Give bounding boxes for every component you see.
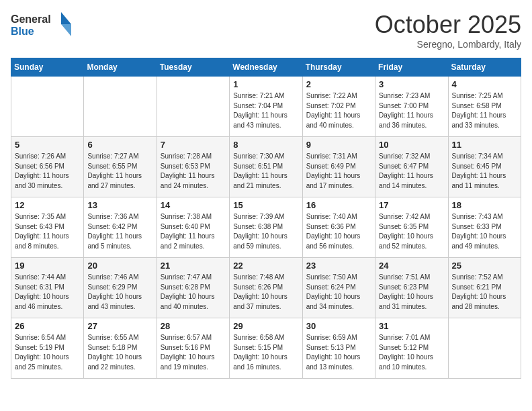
day-cell: 18Sunrise: 7:43 AM Sunset: 6:33 PM Dayli… xyxy=(448,197,521,258)
day-cell: 21Sunrise: 7:47 AM Sunset: 6:28 PM Dayli… xyxy=(157,258,229,318)
day-info: Sunrise: 7:39 AM Sunset: 6:38 PM Dayligh… xyxy=(233,212,298,251)
calendar-body: 1Sunrise: 7:21 AM Sunset: 7:04 PM Daylig… xyxy=(11,77,521,379)
day-cell: 2Sunrise: 7:22 AM Sunset: 7:02 PM Daylig… xyxy=(302,77,375,137)
day-info: Sunrise: 7:01 AM Sunset: 5:12 PM Dayligh… xyxy=(379,333,444,372)
day-cell: 23Sunrise: 7:50 AM Sunset: 6:24 PM Dayli… xyxy=(302,258,375,318)
day-info: Sunrise: 7:42 AM Sunset: 6:35 PM Dayligh… xyxy=(379,212,444,251)
day-info: Sunrise: 6:59 AM Sunset: 5:13 PM Dayligh… xyxy=(306,333,371,372)
day-number: 3 xyxy=(379,79,444,89)
logo: GeneralBlue xyxy=(11,11,91,38)
day-number: 29 xyxy=(233,321,298,331)
day-number: 23 xyxy=(306,261,371,271)
day-cell: 13Sunrise: 7:36 AM Sunset: 6:42 PM Dayli… xyxy=(84,197,157,258)
day-cell xyxy=(84,77,157,137)
day-number: 15 xyxy=(233,200,298,210)
day-info: Sunrise: 7:36 AM Sunset: 6:42 PM Dayligh… xyxy=(87,212,152,251)
day-number: 4 xyxy=(452,79,517,89)
day-number: 20 xyxy=(87,261,152,271)
week-row-2: 12Sunrise: 7:35 AM Sunset: 6:43 PM Dayli… xyxy=(11,197,521,258)
day-cell: 20Sunrise: 7:46 AM Sunset: 6:29 PM Dayli… xyxy=(84,258,157,318)
svg-marker-3 xyxy=(61,24,71,36)
day-number: 22 xyxy=(233,261,298,271)
day-number: 16 xyxy=(306,200,371,210)
day-info: Sunrise: 7:28 AM Sunset: 6:53 PM Dayligh… xyxy=(161,152,226,191)
day-cell xyxy=(11,77,84,137)
day-info: Sunrise: 7:35 AM Sunset: 6:43 PM Dayligh… xyxy=(15,212,80,251)
day-cell: 31Sunrise: 7:01 AM Sunset: 5:12 PM Dayli… xyxy=(375,318,448,379)
day-number: 31 xyxy=(379,321,444,331)
day-info: Sunrise: 7:25 AM Sunset: 6:58 PM Dayligh… xyxy=(452,91,517,130)
day-number: 9 xyxy=(306,140,371,150)
day-info: Sunrise: 7:52 AM Sunset: 6:21 PM Dayligh… xyxy=(452,273,517,312)
day-cell: 7Sunrise: 7:28 AM Sunset: 6:53 PM Daylig… xyxy=(157,137,229,197)
week-row-3: 19Sunrise: 7:44 AM Sunset: 6:31 PM Dayli… xyxy=(11,258,521,318)
day-info: Sunrise: 7:34 AM Sunset: 6:45 PM Dayligh… xyxy=(452,152,517,191)
svg-text:General: General xyxy=(11,13,51,25)
day-cell: 6Sunrise: 7:27 AM Sunset: 6:55 PM Daylig… xyxy=(84,137,157,197)
day-cell: 16Sunrise: 7:40 AM Sunset: 6:36 PM Dayli… xyxy=(302,197,375,258)
day-info: Sunrise: 7:23 AM Sunset: 7:00 PM Dayligh… xyxy=(379,91,444,130)
day-info: Sunrise: 7:32 AM Sunset: 6:47 PM Dayligh… xyxy=(379,152,444,191)
day-info: Sunrise: 7:38 AM Sunset: 6:40 PM Dayligh… xyxy=(161,212,226,251)
header-wednesday: Wednesday xyxy=(230,58,302,77)
day-cell: 15Sunrise: 7:39 AM Sunset: 6:38 PM Dayli… xyxy=(230,197,302,258)
calendar-header: Sunday Monday Tuesday Wednesday Thursday… xyxy=(11,58,521,77)
day-cell: 24Sunrise: 7:51 AM Sunset: 6:23 PM Dayli… xyxy=(375,258,448,318)
day-info: Sunrise: 7:43 AM Sunset: 6:33 PM Dayligh… xyxy=(452,212,517,251)
month-title: October 2025 xyxy=(375,11,521,39)
day-info: Sunrise: 7:48 AM Sunset: 6:26 PM Dayligh… xyxy=(233,273,298,312)
header-tuesday: Tuesday xyxy=(157,58,229,77)
day-info: Sunrise: 7:31 AM Sunset: 6:49 PM Dayligh… xyxy=(306,152,371,191)
day-info: Sunrise: 7:47 AM Sunset: 6:28 PM Dayligh… xyxy=(161,273,226,312)
day-number: 19 xyxy=(15,261,80,271)
day-info: Sunrise: 7:50 AM Sunset: 6:24 PM Dayligh… xyxy=(306,273,371,312)
day-cell: 9Sunrise: 7:31 AM Sunset: 6:49 PM Daylig… xyxy=(302,137,375,197)
title-area: October 2025 Seregno, Lombardy, Italy xyxy=(375,11,521,50)
header-monday: Monday xyxy=(84,58,157,77)
day-number: 11 xyxy=(452,140,517,150)
day-cell: 10Sunrise: 7:32 AM Sunset: 6:47 PM Dayli… xyxy=(375,137,448,197)
day-cell: 19Sunrise: 7:44 AM Sunset: 6:31 PM Dayli… xyxy=(11,258,84,318)
subtitle: Seregno, Lombardy, Italy xyxy=(375,39,521,50)
day-cell: 17Sunrise: 7:42 AM Sunset: 6:35 PM Dayli… xyxy=(375,197,448,258)
header-sunday: Sunday xyxy=(11,58,84,77)
day-cell xyxy=(157,77,229,137)
day-cell: 26Sunrise: 6:54 AM Sunset: 5:19 PM Dayli… xyxy=(11,318,84,379)
day-info: Sunrise: 6:55 AM Sunset: 5:18 PM Dayligh… xyxy=(87,333,152,372)
day-number: 10 xyxy=(379,140,444,150)
header-thursday: Thursday xyxy=(302,58,375,77)
week-row-0: 1Sunrise: 7:21 AM Sunset: 7:04 PM Daylig… xyxy=(11,77,521,137)
day-number: 21 xyxy=(161,261,226,271)
day-cell: 22Sunrise: 7:48 AM Sunset: 6:26 PM Dayli… xyxy=(230,258,302,318)
day-info: Sunrise: 7:40 AM Sunset: 6:36 PM Dayligh… xyxy=(306,212,371,251)
day-cell: 14Sunrise: 7:38 AM Sunset: 6:40 PM Dayli… xyxy=(157,197,229,258)
day-cell: 25Sunrise: 7:52 AM Sunset: 6:21 PM Dayli… xyxy=(448,258,521,318)
day-number: 27 xyxy=(87,321,152,331)
day-cell: 3Sunrise: 7:23 AM Sunset: 7:00 PM Daylig… xyxy=(375,77,448,137)
week-row-1: 5Sunrise: 7:26 AM Sunset: 6:56 PM Daylig… xyxy=(11,137,521,197)
header-saturday: Saturday xyxy=(448,58,521,77)
day-number: 30 xyxy=(306,321,371,331)
svg-text:Blue: Blue xyxy=(11,26,34,37)
day-info: Sunrise: 7:30 AM Sunset: 6:51 PM Dayligh… xyxy=(233,152,298,191)
day-cell: 11Sunrise: 7:34 AM Sunset: 6:45 PM Dayli… xyxy=(448,137,521,197)
day-cell: 28Sunrise: 6:57 AM Sunset: 5:16 PM Dayli… xyxy=(157,318,229,379)
day-number: 25 xyxy=(452,261,517,271)
week-row-4: 26Sunrise: 6:54 AM Sunset: 5:19 PM Dayli… xyxy=(11,318,521,379)
day-number: 18 xyxy=(452,200,517,210)
day-info: Sunrise: 7:44 AM Sunset: 6:31 PM Dayligh… xyxy=(15,273,80,312)
day-number: 12 xyxy=(15,200,80,210)
day-info: Sunrise: 6:58 AM Sunset: 5:15 PM Dayligh… xyxy=(233,333,298,372)
day-number: 24 xyxy=(379,261,444,271)
day-cell: 4Sunrise: 7:25 AM Sunset: 6:58 PM Daylig… xyxy=(448,77,521,137)
day-number: 8 xyxy=(233,140,298,150)
day-number: 7 xyxy=(161,140,226,150)
day-number: 5 xyxy=(15,140,80,150)
day-cell: 30Sunrise: 6:59 AM Sunset: 5:13 PM Dayli… xyxy=(302,318,375,379)
day-info: Sunrise: 7:46 AM Sunset: 6:29 PM Dayligh… xyxy=(87,273,152,312)
day-number: 2 xyxy=(306,79,371,89)
day-info: Sunrise: 7:26 AM Sunset: 6:56 PM Dayligh… xyxy=(15,152,80,191)
day-info: Sunrise: 6:57 AM Sunset: 5:16 PM Dayligh… xyxy=(161,333,226,372)
day-number: 17 xyxy=(379,200,444,210)
day-cell xyxy=(448,318,521,379)
